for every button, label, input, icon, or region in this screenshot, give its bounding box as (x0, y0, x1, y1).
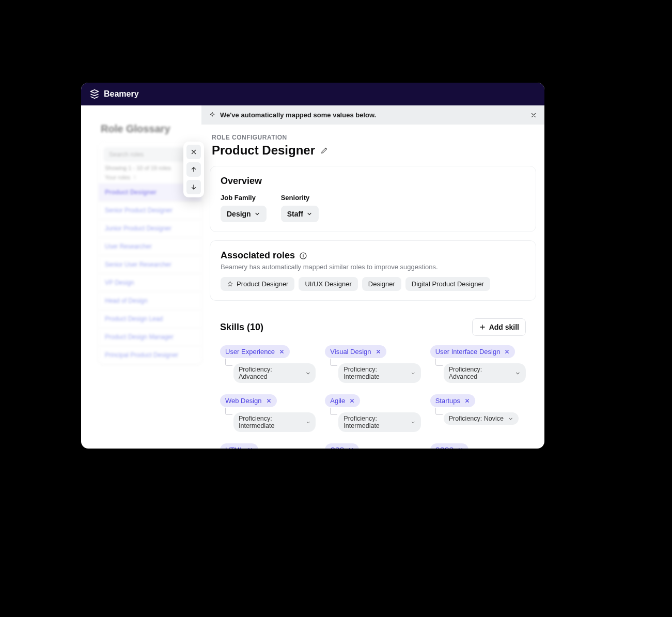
skill-name: HTML (225, 446, 243, 449)
banner-close-button[interactable] (530, 112, 537, 119)
chevron-down-icon (515, 371, 521, 376)
role-item[interactable]: Senior User Researcher (99, 255, 201, 273)
search-input[interactable]: Search roles (104, 147, 196, 162)
proficiency-select[interactable]: Proficiency: Advanced (233, 363, 316, 383)
skill-block: Visual DesignProficiency: Intermediate (325, 345, 420, 383)
add-skill-button[interactable]: Add skill (472, 318, 526, 336)
role-item[interactable]: Principal Product Designer (99, 346, 201, 364)
role-item[interactable]: Product Design Lead (99, 310, 201, 328)
eyebrow: ROLE CONFIGURATION (212, 134, 534, 141)
skill-tag[interactable]: SCSS (430, 443, 468, 449)
skill-tag[interactable]: Visual Design (325, 345, 386, 358)
associated-chip[interactable]: Digital Product Designer (405, 277, 490, 291)
job-family-field: Job Family Design (221, 194, 267, 222)
associated-roles-card: Associated roles Beamery has automatical… (210, 240, 536, 301)
sidebar: Role Glossary Search roles Showing 1 - 1… (81, 105, 201, 449)
main-panel: We've automatically mapped some values b… (201, 105, 544, 449)
seniority-field: Seniority Staff (281, 194, 319, 222)
role-item[interactable]: Senior Product Designer (99, 201, 201, 219)
content-area: Role Glossary Search roles Showing 1 - 1… (81, 105, 544, 449)
chevron-down-icon (508, 416, 513, 422)
skill-tag[interactable]: Startups (430, 394, 475, 407)
brand-name: Beamery (104, 89, 139, 99)
seniority-select[interactable]: Staff (281, 206, 319, 222)
skill-block: User ExperienceProficiency: Advanced (220, 345, 316, 383)
remove-skill-button[interactable] (348, 447, 354, 449)
skill-name: User Interface Design (435, 348, 501, 356)
skills-grid: User ExperienceProficiency: AdvancedVisu… (220, 345, 526, 449)
connector-line (225, 359, 232, 366)
sort-icon (132, 175, 137, 180)
skill-block: AgileProficiency: Intermediate (325, 394, 420, 432)
edit-title-button[interactable] (320, 146, 329, 155)
role-item[interactable]: User Researcher (99, 237, 201, 255)
chip-label: Digital Product Designer (412, 280, 484, 288)
chip-label: Product Designer (237, 280, 288, 288)
proficiency-select[interactable]: Proficiency: Novice (444, 412, 519, 425)
close-icon (348, 447, 354, 449)
associated-chip[interactable]: UI/UX Designer (299, 277, 357, 291)
skill-tag[interactable]: HTML (220, 443, 258, 449)
skill-tag[interactable]: CSS (325, 443, 359, 449)
skill-name: Startups (435, 397, 460, 405)
close-icon (266, 398, 272, 404)
connector-line (435, 359, 443, 366)
skill-name: CSS (330, 446, 344, 449)
associated-subtitle: Beamery has automatically mapped similar… (221, 263, 525, 271)
top-bar: Beamery (81, 83, 544, 105)
proficiency-select[interactable]: Proficiency: Advanced (444, 363, 526, 383)
remove-skill-button[interactable] (376, 349, 381, 354)
app-shell: Beamery Role Glossary Search roles Showi… (81, 83, 544, 449)
skill-name: SCSS (435, 446, 454, 449)
close-icon (376, 349, 381, 354)
skill-tag[interactable]: User Interface Design (430, 345, 515, 358)
role-item[interactable]: Junior Product Designer (99, 219, 201, 237)
close-panel-button[interactable] (186, 145, 201, 159)
plus-icon (479, 323, 486, 331)
job-family-value: Design (227, 210, 251, 218)
sidebar-title: Role Glossary (101, 123, 194, 135)
skill-name: Agile (330, 397, 345, 405)
remove-skill-button[interactable] (279, 349, 285, 354)
info-tooltip-button[interactable] (299, 252, 307, 260)
proficiency-value: Proficiency: Novice (449, 415, 504, 422)
remove-skill-button[interactable] (458, 447, 463, 449)
next-role-button[interactable] (186, 180, 201, 194)
proficiency-select[interactable]: Proficiency: Intermediate (338, 412, 420, 432)
remove-skill-button[interactable] (349, 398, 355, 404)
chip-label: UI/UX Designer (305, 280, 351, 288)
remove-skill-button[interactable] (266, 398, 272, 404)
chip-label: Designer (368, 280, 395, 288)
role-item[interactable]: VP Design (99, 273, 201, 291)
associated-chip[interactable]: Designer (362, 277, 401, 291)
chevron-down-icon (305, 371, 311, 376)
skill-tag[interactable]: Agile (325, 394, 360, 407)
proficiency-value: Proficiency: Advanced (239, 366, 301, 380)
close-icon (530, 112, 537, 119)
remove-skill-button[interactable] (464, 398, 470, 404)
previous-role-button[interactable] (186, 162, 201, 177)
skills-card: Skills (10) Add skill User ExperiencePro… (210, 309, 536, 449)
associated-chips: Product Designer UI/UX Designer Designer… (221, 277, 525, 291)
skill-name: Web Design (225, 397, 262, 405)
remove-skill-button[interactable] (504, 349, 510, 354)
info-icon (299, 252, 307, 260)
role-item[interactable]: Head of Design (99, 291, 201, 310)
remove-skill-button[interactable] (247, 447, 253, 449)
associated-heading: Associated roles (221, 250, 295, 261)
sparkle-icon (209, 112, 216, 119)
role-item[interactable]: Product Design Manager (99, 328, 201, 346)
your-roles-filter[interactable]: Your roles (105, 174, 195, 180)
close-icon (349, 398, 355, 404)
skill-block: Web DesignProficiency: Intermediate (220, 394, 316, 432)
proficiency-select[interactable]: Proficiency: Intermediate (233, 412, 316, 432)
skill-tag[interactable]: Web Design (220, 394, 277, 407)
job-family-select[interactable]: Design (221, 206, 267, 222)
skill-tag[interactable]: User Experience (220, 345, 290, 358)
chevron-down-icon (254, 211, 260, 217)
associated-chip-primary[interactable]: Product Designer (221, 277, 294, 291)
overview-heading: Overview (221, 176, 525, 187)
proficiency-select[interactable]: Proficiency: Intermediate (338, 363, 420, 383)
connector-line (330, 408, 337, 415)
skill-name: User Experience (225, 348, 275, 356)
